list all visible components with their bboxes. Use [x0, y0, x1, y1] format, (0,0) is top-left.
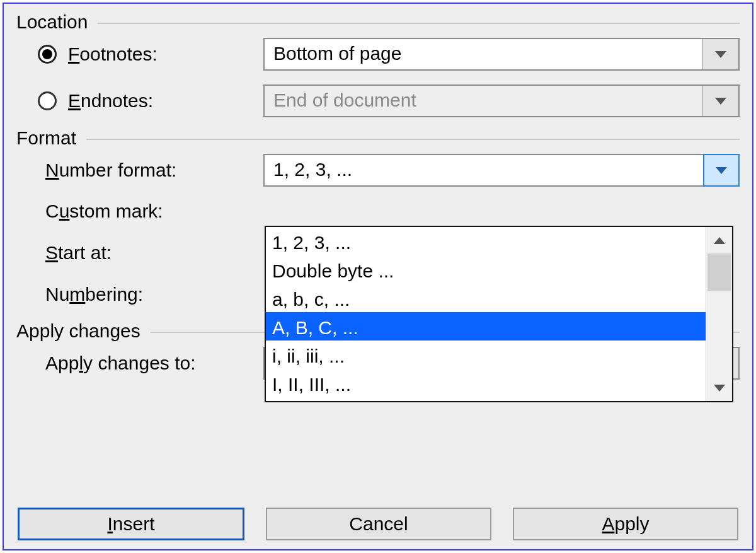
apply-button[interactable]: Apply [513, 508, 738, 540]
apply-button-label: Apply [602, 513, 649, 535]
footnotes-radio[interactable] [38, 45, 57, 64]
cancel-button[interactable]: Cancel [266, 508, 491, 540]
footnotes-location-dropdown-button[interactable] [702, 39, 738, 69]
apply-changes-to-label: Apply changes to: [45, 352, 196, 374]
apply-changes-section-label: Apply changes [16, 320, 151, 342]
format-section-label: Format [16, 127, 86, 149]
scroll-up-button[interactable] [706, 227, 732, 253]
format-section-header: Format [16, 127, 740, 149]
endnotes-row: Endnotes: End of document [16, 84, 740, 117]
divider [86, 139, 740, 140]
number-format-option[interactable]: I, II, III, ... [266, 369, 706, 397]
numbering-label: Numbering: [45, 284, 143, 305]
chevron-down-icon [715, 51, 726, 58]
number-format-dropdown[interactable]: 1, 2, 3, ... [263, 154, 740, 187]
dialog-buttons: Insert Cancel Apply [18, 508, 738, 540]
number-format-value: 1, 2, 3, ... [265, 155, 703, 185]
location-section-label: Location [16, 11, 98, 33]
cancel-button-label: Cancel [349, 513, 408, 535]
insert-button[interactable]: Insert [18, 508, 244, 540]
number-format-dropdown-button[interactable] [703, 154, 740, 187]
start-at-label: Start at: [45, 242, 112, 264]
insert-button-label: Insert [107, 513, 154, 535]
number-format-option[interactable]: 1, 2, 3, ... [266, 227, 706, 255]
divider [98, 23, 740, 24]
chevron-up-icon [714, 237, 725, 244]
endnotes-radio-label[interactable]: Endnotes: [16, 90, 263, 112]
chevron-down-icon [716, 167, 727, 174]
number-format-dropdown-list[interactable]: 1, 2, 3, ... Double byte ... a, b, c, ..… [265, 226, 733, 402]
footnote-endnote-dialog: Location Footnotes: Bottom of page Endno… [3, 3, 753, 550]
footnotes-location-dropdown[interactable]: Bottom of page [263, 38, 740, 71]
endnotes-location-value: End of document [265, 86, 702, 116]
endnotes-label: Endnotes: [68, 90, 153, 112]
number-format-row: Number format: 1, 2, 3, ... [16, 154, 740, 187]
number-format-label: Number format: [45, 160, 176, 181]
scroll-track[interactable] [706, 253, 732, 375]
scroll-down-button[interactable] [706, 375, 732, 401]
location-section-header: Location [16, 11, 740, 33]
chevron-down-icon [715, 98, 726, 105]
scroll-thumb[interactable] [707, 253, 731, 291]
number-format-option[interactable]: i, ii, iii, ... [266, 341, 706, 369]
number-format-option[interactable]: Double byte ... [266, 255, 706, 284]
footnotes-row: Footnotes: Bottom of page [16, 38, 740, 71]
footnotes-label: Footnotes: [68, 44, 158, 65]
number-format-options: 1, 2, 3, ... Double byte ... a, b, c, ..… [266, 227, 706, 401]
endnotes-location-dropdown-button [702, 86, 738, 116]
number-format-option[interactable]: A, B, C, ... [266, 312, 706, 341]
footnotes-radio-label[interactable]: Footnotes: [16, 44, 263, 65]
endnotes-location-dropdown: End of document [263, 84, 740, 117]
endnotes-radio[interactable] [38, 91, 57, 110]
footnotes-location-value: Bottom of page [265, 39, 702, 69]
custom-mark-label: Custom mark: [45, 201, 163, 222]
number-format-option[interactable]: a, b, c, ... [266, 284, 706, 312]
custom-mark-row: Custom mark: [16, 201, 740, 222]
dropdown-scrollbar[interactable] [706, 227, 732, 401]
chevron-down-icon [714, 385, 725, 392]
